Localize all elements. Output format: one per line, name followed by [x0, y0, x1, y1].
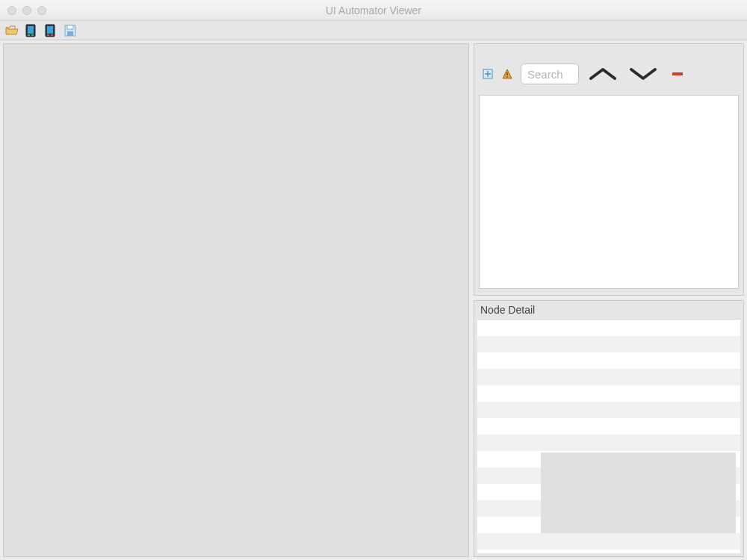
window-title: UI Automator Viewer [0, 4, 747, 16]
svg-rect-3 [31, 34, 34, 36]
svg-rect-1 [28, 26, 34, 34]
save-icon[interactable] [63, 23, 78, 38]
minimize-window-button[interactable] [22, 6, 31, 15]
close-window-button[interactable] [7, 6, 16, 15]
svg-rect-9 [67, 25, 73, 29]
window-controls [7, 6, 46, 15]
zoom-window-button[interactable] [37, 6, 46, 15]
detail-inset-box [541, 452, 736, 533]
hierarchy-panel [474, 43, 744, 296]
search-prev-button[interactable] [586, 63, 619, 84]
node-detail-table[interactable] [477, 319, 740, 553]
svg-rect-2 [28, 34, 30, 36]
svg-rect-6 [47, 34, 49, 36]
open-folder-icon[interactable] [4, 23, 19, 38]
svg-rect-5 [47, 26, 53, 34]
search-next-button[interactable] [627, 63, 660, 84]
main-toolbar [0, 21, 747, 40]
screenshot-viewport[interactable] [3, 43, 469, 557]
content-area: Node Detail [0, 40, 747, 560]
right-panel: Node Detail [474, 43, 744, 557]
svg-rect-16 [672, 72, 683, 75]
naf-warning-icon[interactable] [501, 68, 513, 80]
hierarchy-tree[interactable] [479, 95, 739, 289]
node-detail-panel: Node Detail [474, 300, 744, 557]
node-detail-title: Node Detail [474, 301, 743, 319]
svg-point-15 [506, 76, 508, 78]
hierarchy-toolbar [482, 63, 736, 84]
search-input[interactable] [521, 63, 579, 84]
svg-rect-10 [67, 31, 73, 36]
svg-rect-7 [51, 34, 53, 36]
device-screenshot-icon[interactable] [24, 23, 39, 38]
titlebar: UI Automator Viewer [0, 0, 747, 21]
device-screenshot-compressed-icon[interactable] [43, 23, 58, 38]
clear-search-button[interactable] [670, 66, 685, 81]
expand-all-icon[interactable] [482, 68, 494, 80]
